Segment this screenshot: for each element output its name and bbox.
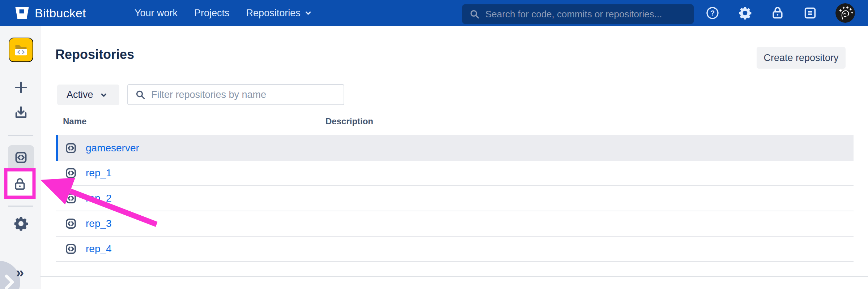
primary-nav-links: Your work Projects Repositories xyxy=(135,0,312,26)
user-avatar-image xyxy=(835,3,855,23)
page-title: Repositories xyxy=(55,47,134,62)
bitbucket-logo[interactable]: Bitbucket xyxy=(14,0,86,26)
create-repository-button[interactable]: Create repository xyxy=(757,47,846,69)
repo-link[interactable]: gameserver xyxy=(86,142,139,154)
repository-icon xyxy=(65,167,77,179)
lock-icon[interactable] xyxy=(770,6,785,20)
main-content: Repositories Create repository Active Na… xyxy=(41,26,868,289)
bitbucket-repositories-page: Bitbucket Your work Projects Repositorie… xyxy=(0,0,868,289)
settings-gear-icon[interactable] xyxy=(738,6,752,20)
svg-text:?: ? xyxy=(710,9,715,17)
global-search-input[interactable] xyxy=(485,9,687,20)
folder-code-icon xyxy=(13,42,29,58)
global-search[interactable] xyxy=(462,4,694,24)
repositories-table: gameserver rep_1 rep_2 rep_3 rep_4 xyxy=(56,135,854,262)
brand-name: Bitbucket xyxy=(35,6,86,20)
search-icon xyxy=(469,8,480,20)
top-navigation-bar: Bitbucket Your work Projects Repositorie… xyxy=(0,0,868,26)
repo-link[interactable]: rep_4 xyxy=(86,243,112,255)
nav-utility-icons: ? xyxy=(705,0,855,26)
repo-link[interactable]: rep_3 xyxy=(86,218,112,229)
avatar[interactable] xyxy=(835,3,855,23)
lock-icon xyxy=(13,177,27,191)
repository-filter-field xyxy=(127,84,344,105)
column-header-description: Description xyxy=(326,116,373,126)
table-row-rep-2[interactable]: rep_2 xyxy=(56,186,854,211)
project-avatar[interactable] xyxy=(9,38,33,62)
nav-your-work[interactable]: Your work xyxy=(135,8,178,19)
bitbucket-bucket-icon xyxy=(14,6,30,20)
repository-icon xyxy=(65,243,77,255)
sidebar-item-repositories[interactable] xyxy=(8,145,34,170)
sidebar-divider xyxy=(8,206,33,207)
chevron-down-icon xyxy=(304,9,312,17)
import-download-icon[interactable] xyxy=(13,105,29,121)
bottom-divider xyxy=(41,276,868,277)
table-row-rep-4[interactable]: rep_4 xyxy=(56,237,854,262)
help-icon[interactable]: ? xyxy=(705,6,720,20)
table-row-gameserver[interactable]: gameserver xyxy=(56,135,854,161)
repository-icon xyxy=(65,217,77,230)
feedback-icon[interactable] xyxy=(803,6,817,20)
expand-sidebar-chevrons[interactable]: » xyxy=(16,265,24,280)
repository-filter-input[interactable] xyxy=(151,89,337,100)
repository-icon xyxy=(65,192,77,204)
status-filter-value: Active xyxy=(67,89,93,100)
search-icon xyxy=(135,89,146,100)
create-plus-icon[interactable] xyxy=(13,79,29,95)
nav-projects[interactable]: Projects xyxy=(194,8,230,19)
status-filter-dropdown[interactable]: Active xyxy=(57,85,119,105)
chevron-right-icon xyxy=(2,274,17,289)
left-sidebar: » xyxy=(0,26,41,289)
repo-link[interactable]: rep_2 xyxy=(86,193,112,204)
sidebar-item-security-lock[interactable] xyxy=(6,171,34,198)
table-row-rep-1[interactable]: rep_1 xyxy=(56,161,854,186)
nav-repositories[interactable]: Repositories xyxy=(246,8,312,19)
table-row-rep-3[interactable]: rep_3 xyxy=(56,211,854,237)
repo-link[interactable]: rep_1 xyxy=(86,167,112,179)
chevron-down-icon xyxy=(100,91,108,99)
column-header-name: Name xyxy=(63,116,86,126)
sidebar-divider xyxy=(8,135,33,136)
repository-icon xyxy=(65,142,77,154)
sidebar-settings-gear-icon[interactable] xyxy=(13,216,29,232)
